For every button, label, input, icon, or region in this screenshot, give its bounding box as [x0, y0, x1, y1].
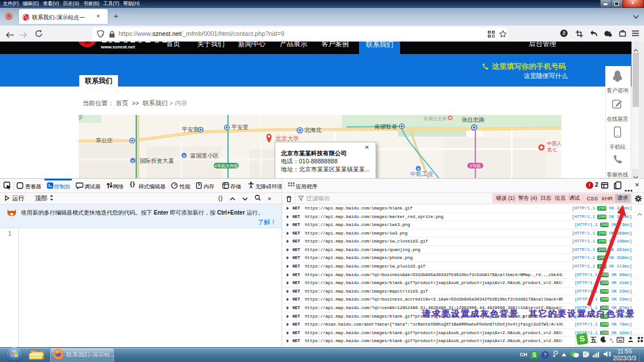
- svg-text:南锣鼓巷: 南锣鼓巷: [374, 124, 397, 130]
- svg-text:B: B: [132, 159, 134, 163]
- svg-text:第七: 第七: [547, 147, 557, 153]
- svg-text:4号线大兴线: 4号线大兴线: [214, 163, 238, 168]
- svg-text:国际投资大厦: 国际投资大厦: [140, 158, 174, 164]
- svg-text:B: B: [183, 154, 185, 158]
- svg-text:东公庄: 东公庄: [96, 137, 113, 143]
- svg-text:中国人: 中国人: [547, 141, 561, 146]
- svg-text:中航工业: 中航工业: [410, 171, 433, 177]
- svg-text:5号线: 5号线: [470, 163, 481, 168]
- svg-text:富国里小区: 富国里小区: [190, 153, 219, 159]
- svg-text:B: B: [417, 167, 419, 171]
- svg-text:平安里: 平安里: [182, 126, 199, 133]
- svg-text:北京大学: 北京大学: [275, 135, 299, 142]
- svg-text:张自忠路: 张自忠路: [462, 117, 484, 123]
- svg-text:平安里: 平安里: [231, 124, 248, 130]
- svg-text:礼敬公主府: 礼敬公主府: [424, 116, 447, 121]
- svg-text:北海北: 北海北: [304, 127, 322, 133]
- svg-text:学: 学: [79, 115, 83, 121]
